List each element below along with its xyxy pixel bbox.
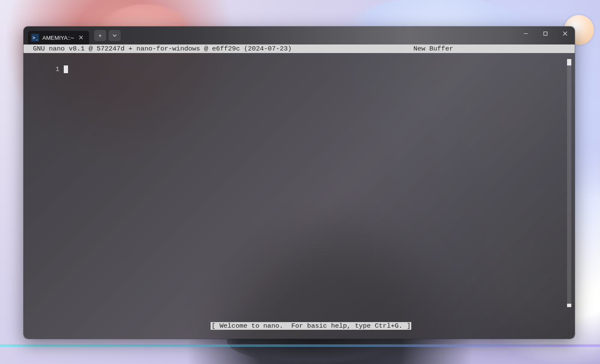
nano-version: GNU nano v8.1 @ 572247d + nano-for-windo… (25, 44, 292, 53)
new-tab-button[interactable]: + (94, 30, 106, 41)
window-controls (516, 27, 575, 44)
tab-close-button[interactable]: ✕ (77, 34, 85, 41)
tab-dropdown-button[interactable] (109, 30, 121, 41)
terminal-tab[interactable]: >_ AMEMIYA::~ ✕ (28, 31, 89, 44)
line-number: 1 (51, 65, 59, 74)
editor-area[interactable]: 1 (24, 54, 575, 313)
maximize-icon (543, 31, 548, 36)
close-icon (563, 31, 567, 36)
window-titlebar[interactable]: >_ AMEMIYA::~ ✕ + (24, 27, 575, 44)
text-cursor (64, 65, 68, 73)
minimize-button[interactable] (516, 27, 535, 40)
shortcut-bar: ^GHelp ^OWrite Out ^FWhere Is ^KCut ^TEx… (24, 322, 575, 339)
maximize-button[interactable] (535, 27, 555, 40)
powershell-icon: >_ (31, 34, 39, 41)
nano-buffer-name: New Buffer (413, 44, 573, 53)
minimize-icon (523, 31, 528, 36)
background-decoration (0, 344, 600, 347)
scrollbar[interactable] (567, 59, 571, 307)
nano-header: GNU nano v8.1 @ 572247d + nano-for-windo… (24, 44, 575, 53)
terminal-window: >_ AMEMIYA::~ ✕ + GNU nano v8.1 @ 572247… (24, 27, 575, 339)
close-button[interactable] (555, 27, 575, 40)
svg-rect-0 (544, 32, 547, 35)
terminal-body[interactable]: GNU nano v8.1 @ 572247d + nano-for-windo… (24, 44, 575, 339)
scrollbar-thumb[interactable] (567, 304, 571, 307)
scrollbar-thumb[interactable] (567, 59, 571, 65)
status-bar: [ Welcome to nano. For basic help, type … (24, 313, 575, 322)
chevron-down-icon (113, 33, 117, 38)
tab-title: AMEMIYA::~ (42, 35, 74, 41)
